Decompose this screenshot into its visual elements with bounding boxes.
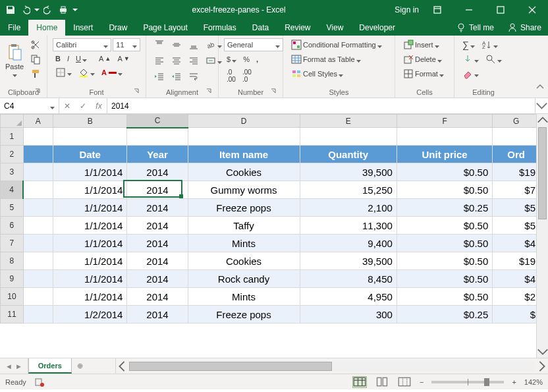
row-header[interactable]: 8 [1, 252, 24, 270]
tab-page-layout[interactable]: Page Layout [135, 20, 195, 36]
cell[interactable]: 2014 [127, 306, 188, 323]
cell[interactable]: $7 [493, 181, 536, 199]
cell[interactable] [23, 199, 53, 217]
comma-button[interactable]: , [254, 54, 261, 65]
cell[interactable]: 1/1/2014 [53, 270, 127, 288]
quick-print-icon[interactable] [58, 5, 68, 15]
cell[interactable]: $2 [493, 288, 536, 306]
horizontal-scrollbar[interactable] [115, 358, 548, 374]
column-header[interactable]: C [127, 115, 188, 128]
align-right-button[interactable] [186, 54, 202, 67]
name-box[interactable]: C4 [0, 98, 59, 113]
cell[interactable]: 2014 [127, 217, 188, 235]
font-name-combo[interactable]: Calibri [53, 38, 111, 51]
align-left-button[interactable] [151, 54, 167, 67]
tab-file[interactable]: File [0, 20, 28, 36]
undo-dropdown-icon[interactable] [34, 5, 40, 15]
insert-cells-button[interactable]: Insert [400, 38, 449, 51]
tab-draw[interactable]: Draw [101, 20, 135, 36]
borders-button[interactable] [53, 66, 74, 79]
cell[interactable] [23, 252, 53, 270]
autosum-button[interactable]: ∑ [460, 38, 478, 51]
cell[interactable]: 2014 [127, 181, 188, 199]
wrap-text-button[interactable] [186, 70, 202, 83]
minimize-button[interactable] [456, 0, 482, 20]
maximize-button[interactable] [487, 0, 514, 20]
prev-sheet-icon[interactable]: ◄ [5, 362, 13, 370]
cell[interactable] [127, 128, 188, 146]
row-header[interactable]: 9 [1, 270, 24, 288]
percent-button[interactable]: % [240, 54, 252, 65]
cell[interactable] [397, 128, 492, 146]
row-header[interactable]: 6 [1, 217, 24, 235]
scroll-down-button[interactable] [537, 346, 548, 358]
cell[interactable]: 1/1/2014 [53, 288, 127, 306]
cell[interactable]: $0.50 [397, 288, 492, 306]
decrease-indent-button[interactable] [151, 70, 167, 83]
cancel-formula-button[interactable]: ✕ [59, 100, 75, 112]
cell-styles-button[interactable]: Cell Styles [288, 67, 389, 80]
increase-decimal-button[interactable]: .0.00 [224, 67, 238, 84]
cell[interactable]: Quantity [300, 146, 397, 163]
fill-button[interactable] [460, 53, 481, 66]
next-sheet-icon[interactable]: ► [15, 362, 22, 370]
grid[interactable]: ABCDEFG12DateYearItem nameQuantityUnit p… [0, 114, 536, 358]
cell[interactable]: 1/1/2014 [53, 252, 127, 270]
cell[interactable] [23, 181, 53, 199]
sheet-nav[interactable]: ◄ ► [0, 358, 28, 374]
row-header[interactable]: 11 [1, 306, 24, 323]
font-size-combo[interactable]: 11 [113, 38, 140, 51]
cell[interactable]: 1/1/2014 [53, 235, 127, 252]
sign-in-link[interactable]: Sign in [395, 5, 419, 14]
cell[interactable] [23, 146, 53, 163]
redo-icon[interactable] [43, 5, 54, 15]
cell[interactable]: Ord [493, 146, 536, 163]
cell[interactable] [300, 128, 397, 146]
collapse-ribbon-button[interactable] [535, 82, 545, 92]
cell[interactable]: 2014 [127, 252, 188, 270]
conditional-formatting-button[interactable]: Conditional Formatting [288, 38, 389, 51]
dialog-launcher-icon[interactable] [35, 88, 41, 95]
undo-icon[interactable] [20, 5, 30, 15]
zoom-level[interactable]: 142% [524, 378, 543, 386]
bold-button[interactable]: B [53, 53, 63, 64]
tab-home[interactable]: Home [28, 20, 65, 36]
align-bottom-button[interactable] [186, 38, 202, 51]
cell[interactable]: 2014 [127, 199, 188, 217]
cell[interactable]: 2,100 [300, 199, 397, 217]
cell[interactable]: Freeze pops [188, 306, 300, 323]
scroll-right-button[interactable] [536, 360, 548, 372]
delete-cells-button[interactable]: Delete [400, 53, 449, 66]
scroll-thumb[interactable] [538, 127, 547, 219]
cell[interactable] [23, 217, 53, 235]
cell[interactable]: $0.50 [397, 181, 492, 199]
cell[interactable] [23, 128, 53, 146]
cell[interactable]: $4 [493, 270, 536, 288]
zoom-slider[interactable] [431, 381, 504, 383]
cell[interactable] [53, 128, 127, 146]
shrink-font-button[interactable]: A▼ [115, 53, 132, 64]
tab-view[interactable]: View [319, 20, 352, 36]
cell[interactable] [23, 235, 53, 252]
align-center-button[interactable] [169, 54, 184, 67]
tab-formulas[interactable]: Formulas [196, 20, 244, 36]
number-format-combo[interactable]: General [224, 38, 283, 51]
cell[interactable]: $0.25 [397, 199, 492, 217]
cell[interactable]: $0.50 [397, 235, 492, 252]
tab-data[interactable]: Data [244, 20, 277, 36]
page-layout-view-button[interactable] [375, 376, 389, 388]
cell[interactable]: $0.50 [397, 217, 492, 235]
cell[interactable]: 2014 [127, 163, 188, 181]
cell[interactable]: 15,250 [300, 181, 397, 199]
format-cells-button[interactable]: Format [400, 67, 449, 80]
cell[interactable]: Cookies [188, 163, 300, 181]
column-header[interactable]: E [300, 115, 397, 128]
normal-view-button[interactable] [352, 376, 367, 388]
cell[interactable]: $19 [493, 252, 536, 270]
dialog-launcher-icon[interactable] [134, 88, 140, 95]
cell[interactable]: $5 [493, 199, 536, 217]
cell[interactable]: Date [53, 146, 127, 163]
align-middle-button[interactable] [169, 38, 184, 51]
select-all-button[interactable] [1, 115, 24, 128]
cell[interactable]: Item name [188, 146, 300, 163]
